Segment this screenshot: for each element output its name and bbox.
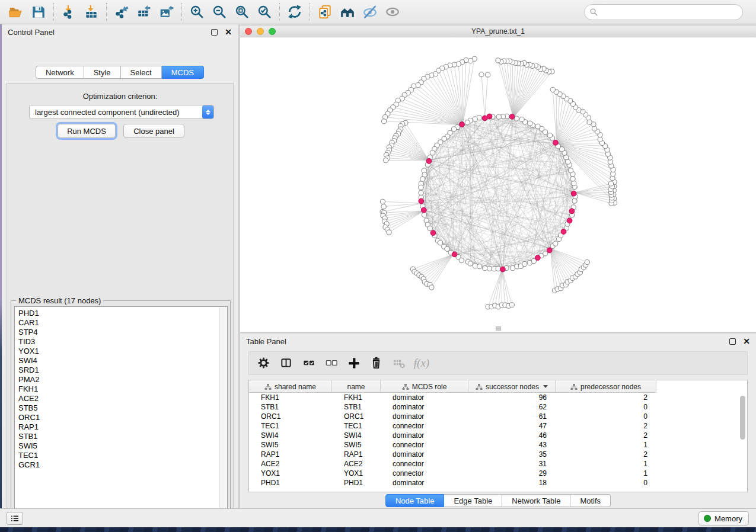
save-session-button[interactable] bbox=[27, 2, 50, 22]
table-row[interactable]: ORC1ORC1dominator610 bbox=[249, 412, 747, 421]
mcds-result-item[interactable]: SWI4 bbox=[18, 356, 227, 366]
table-settings-button[interactable] bbox=[254, 354, 274, 373]
mcds-result-item[interactable]: SWI5 bbox=[18, 441, 227, 451]
control-panel-title: Control Panel bbox=[8, 28, 211, 37]
table-row[interactable]: PHD1PHD1dominator180 bbox=[249, 478, 747, 488]
column-header-successor-nodes[interactable]: successor nodes bbox=[468, 380, 556, 393]
open-file-button[interactable] bbox=[5, 2, 27, 22]
tab-select[interactable]: Select bbox=[121, 66, 162, 79]
add-entry-button[interactable] bbox=[344, 354, 364, 373]
float-window-icon[interactable] bbox=[211, 29, 218, 36]
cell-predecessor-nodes: 0 bbox=[556, 402, 656, 412]
mcds-result-item[interactable]: STP4 bbox=[18, 328, 227, 337]
cell-name: FKH1 bbox=[332, 393, 381, 402]
mcds-result-item[interactable]: CAR1 bbox=[18, 318, 227, 328]
zoom-selected-button[interactable] bbox=[253, 2, 276, 22]
mcds-result-item[interactable]: TEC1 bbox=[18, 451, 227, 460]
cell-predecessor-nodes: 2 bbox=[556, 421, 656, 431]
tab-network[interactable]: Network bbox=[36, 66, 84, 79]
mcds-result-item[interactable]: PMA2 bbox=[18, 375, 227, 384]
search-input[interactable] bbox=[598, 6, 742, 19]
mcds-result-item[interactable]: SRD1 bbox=[18, 366, 227, 375]
column-header-predecessor-nodes[interactable]: predecessor nodes bbox=[556, 380, 656, 393]
zoom-out-button[interactable] bbox=[208, 2, 231, 22]
mcds-result-item[interactable]: ACE2 bbox=[18, 394, 227, 403]
export-table-button[interactable] bbox=[133, 2, 155, 22]
column-header-MCDS-role[interactable]: MCDS role bbox=[381, 380, 468, 393]
import-table-button[interactable] bbox=[80, 2, 103, 22]
cell-successor-nodes: 62 bbox=[468, 402, 556, 412]
table-row[interactable]: SWI5SWI5connector431 bbox=[249, 440, 747, 450]
refresh-layout-button[interactable] bbox=[283, 2, 306, 22]
export-network-button[interactable] bbox=[110, 2, 133, 22]
delete-table-button[interactable] bbox=[389, 354, 409, 373]
tab-motifs[interactable]: Motifs bbox=[570, 494, 611, 507]
table-row[interactable]: SWI4SWI4dominator462 bbox=[249, 431, 747, 440]
deselect-all-button[interactable] bbox=[321, 354, 342, 373]
import-table-icon bbox=[84, 4, 99, 20]
network-canvas[interactable] bbox=[240, 37, 756, 332]
mcds-result-item[interactable]: ORC1 bbox=[18, 413, 227, 422]
column-label: shared name bbox=[275, 383, 316, 391]
column-label: predecessor nodes bbox=[580, 383, 641, 391]
table-row[interactable]: YOX1YOX1connector291 bbox=[249, 469, 747, 478]
save-session-icon bbox=[31, 4, 46, 20]
cell-predecessor-nodes: 1 bbox=[556, 459, 656, 469]
table-toolbar: f(x) bbox=[248, 351, 748, 375]
hide-selected-button[interactable] bbox=[359, 2, 381, 22]
mcds-list-scrollbar[interactable] bbox=[219, 307, 227, 517]
memory-button[interactable]: Memory bbox=[698, 511, 749, 525]
criterion-select[interactable]: largest connected component (undirected) bbox=[29, 105, 214, 119]
tab-network-table[interactable]: Network Table bbox=[502, 494, 570, 507]
tab-mcds[interactable]: MCDS bbox=[162, 66, 204, 79]
first-neighbors-button[interactable] bbox=[336, 2, 359, 22]
mcds-result-item[interactable]: PHD1 bbox=[18, 309, 227, 318]
mcds-result-list[interactable]: PHD1CAR1STP4TID3YOX1SWI4SRD1PMA2FKH1ACE2… bbox=[14, 306, 228, 517]
close-panel-icon[interactable]: ✕ bbox=[743, 338, 750, 345]
export-image-button[interactable] bbox=[155, 2, 178, 22]
zoom-in-button[interactable] bbox=[186, 2, 208, 22]
mcds-result-item[interactable]: YOX1 bbox=[18, 347, 227, 356]
column-header-name[interactable]: name bbox=[332, 380, 381, 393]
show-panels-button[interactable] bbox=[7, 512, 23, 525]
attribute-type-icon bbox=[476, 383, 483, 390]
mcds-result-item[interactable]: STB1 bbox=[18, 432, 227, 441]
table-settings-icon bbox=[257, 357, 270, 370]
import-network-button[interactable] bbox=[58, 2, 80, 22]
tab-edge-table[interactable]: Edge Table bbox=[444, 494, 502, 507]
control-panel-header: Control Panel ✕ bbox=[2, 24, 238, 40]
splitter-grip[interactable] bbox=[496, 326, 501, 331]
table-row[interactable]: ACE2ACE2connector311 bbox=[249, 459, 747, 469]
mcds-result-item[interactable]: RAP1 bbox=[18, 422, 227, 432]
tab-style[interactable]: Style bbox=[84, 66, 121, 79]
run-mcds-button[interactable]: Run MCDS bbox=[58, 124, 116, 138]
cell-MCDS-role: dominator bbox=[381, 450, 468, 459]
tab-node-table[interactable]: Node Table bbox=[385, 494, 445, 507]
mcds-result-title: MCDS result (17 nodes) bbox=[16, 296, 103, 305]
function-builder-button[interactable]: f(x) bbox=[412, 354, 432, 373]
mcds-result-item[interactable]: STB5 bbox=[18, 403, 227, 413]
table-scrollbar-thumb[interactable] bbox=[740, 396, 745, 440]
table-row[interactable]: TEC1TEC1connector472 bbox=[249, 421, 747, 431]
float-window-icon[interactable] bbox=[729, 338, 736, 345]
show-columns-button[interactable] bbox=[276, 354, 296, 373]
select-stepper-icon bbox=[202, 105, 213, 118]
duplicate-network-button[interactable] bbox=[314, 2, 336, 22]
close-panel-button[interactable]: Close panel bbox=[123, 124, 184, 138]
mcds-result-item[interactable]: FKH1 bbox=[18, 384, 227, 394]
cell-shared-name: ORC1 bbox=[249, 412, 332, 421]
delete-entry-button[interactable] bbox=[366, 354, 387, 373]
cell-MCDS-role: connector bbox=[381, 440, 468, 450]
mcds-result-item[interactable]: GCR1 bbox=[18, 460, 227, 470]
mcds-result-item[interactable]: TID3 bbox=[18, 337, 227, 347]
table-row[interactable]: FKH1FKH1dominator962 bbox=[249, 393, 747, 402]
select-all-button[interactable] bbox=[299, 354, 319, 373]
table-row[interactable]: RAP1RAP1dominator352 bbox=[249, 450, 747, 459]
toolbar-separator bbox=[181, 3, 182, 21]
zoom-fit-button[interactable] bbox=[231, 2, 253, 22]
show-all-button[interactable] bbox=[381, 2, 404, 22]
column-header-shared-name[interactable]: shared name bbox=[249, 380, 332, 393]
table-row[interactable]: STB1STB1dominator620 bbox=[249, 402, 747, 412]
close-panel-icon[interactable]: ✕ bbox=[225, 29, 232, 36]
cell-shared-name: PHD1 bbox=[249, 478, 332, 488]
